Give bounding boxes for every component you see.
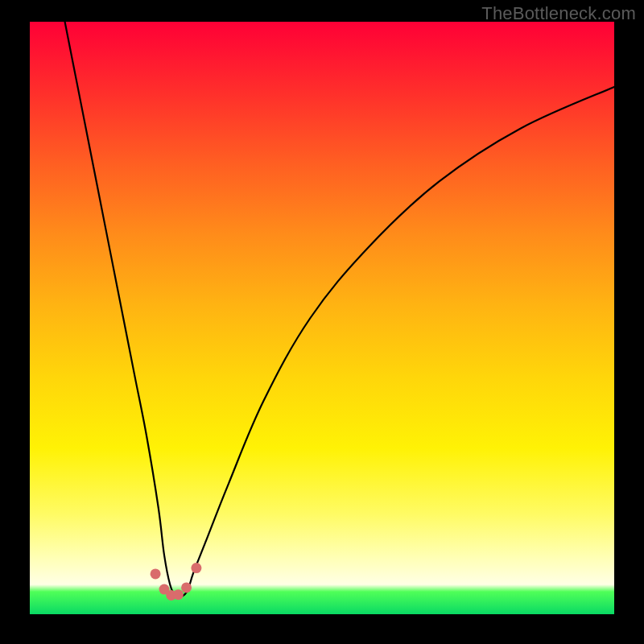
highlight-dot: [191, 563, 201, 573]
highlight-dots: [30, 22, 614, 614]
highlight-dot: [173, 589, 184, 600]
highlight-dot: [181, 582, 192, 592]
chart-frame: TheBottleneck.com: [0, 0, 644, 644]
plot-area: [30, 22, 614, 614]
highlight-dot: [151, 568, 161, 579]
watermark-label: TheBottleneck.com: [481, 3, 636, 24]
